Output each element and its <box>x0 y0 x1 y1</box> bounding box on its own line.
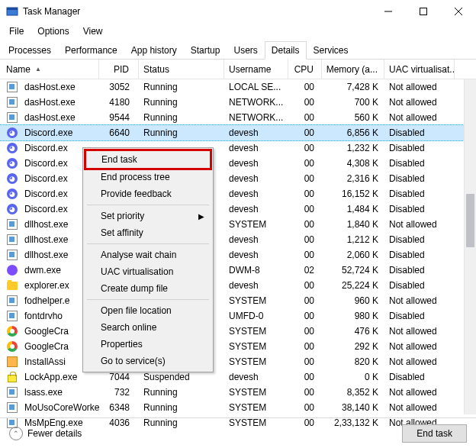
table-row[interactable]: ◕Discord.exdevesh001,232 KDisabled <box>0 140 476 156</box>
cell-status: Suspended <box>139 372 224 382</box>
process-icon <box>6 295 18 307</box>
process-name: GoogleCra <box>24 341 69 352</box>
cell-memory: 8,352 K <box>322 387 384 398</box>
cell-memory: 7,428 K <box>322 82 384 92</box>
cell-pid: 3052 <box>99 82 139 92</box>
menu-options[interactable]: Options <box>31 24 75 38</box>
cell-uac: Disabled <box>384 280 455 291</box>
cell-memory: 52,724 K <box>322 265 384 276</box>
cell-memory: 1,232 K <box>322 143 384 153</box>
col-memory[interactable]: Memory (a... <box>322 60 384 79</box>
cell-memory: 560 K <box>322 112 384 123</box>
tab-startup[interactable]: Startup <box>184 41 227 60</box>
table-row[interactable]: dasHost.exe4180RunningNETWORK...00700 KN… <box>0 95 476 110</box>
cell-pid: 732 <box>99 387 139 398</box>
close-button[interactable] <box>441 0 476 23</box>
ctx-open-file-location[interactable]: Open file location <box>85 302 211 319</box>
minimize-button[interactable] <box>371 0 406 23</box>
process-name: Discord.ex <box>24 143 68 153</box>
table-row[interactable]: lsass.exe732RunningSYSTEM008,352 KNot al… <box>0 385 476 400</box>
table-row[interactable]: dllhost.exedevesh001,212 KDisabled <box>0 232 476 247</box>
table-row[interactable]: fontdrvhoUMFD-000980 KDisabled <box>0 308 476 324</box>
process-name: explorer.ex <box>24 280 69 291</box>
ctx-separator <box>87 205 209 205</box>
table-row[interactable]: GoogleCraSYSTEM00292 KNot allowed <box>0 339 476 354</box>
process-name: InstallAssi <box>24 356 66 367</box>
cell-pid: 9544 <box>99 112 139 123</box>
table-row[interactable]: dasHost.exe9544RunningNETWORK...00560 KN… <box>0 110 476 125</box>
table-row[interactable]: ◕Discord.exdevesh004,308 KDisabled <box>0 156 476 171</box>
table-row[interactable]: explorer.exdevesh0025,224 KDisabled <box>0 278 476 293</box>
svg-rect-1 <box>7 8 18 10</box>
fewer-details-toggle[interactable]: ⌃ Fewer details <box>9 427 82 440</box>
tab-app-history[interactable]: App history <box>124 41 184 60</box>
col-name[interactable]: Name▲ <box>2 60 99 79</box>
cell-memory: 476 K <box>322 326 384 337</box>
col-pid[interactable]: PID <box>99 60 139 79</box>
window-title: Task Manager <box>23 6 371 17</box>
table-row[interactable]: ◕Discord.exe6640Runningdevesh006,856 KDi… <box>0 125 476 140</box>
cell-uac: Disabled <box>384 189 455 199</box>
cell-username: devesh <box>224 250 288 260</box>
cell-cpu: 00 <box>288 204 322 214</box>
menu-view[interactable]: View <box>77 24 109 38</box>
table-row[interactable]: ◕Discord.exdevesh002,316 KDisabled <box>0 171 476 186</box>
table-row[interactable]: dasHost.exe3052RunningLOCAL SE...007,428… <box>0 79 476 95</box>
cell-username: devesh <box>224 372 288 382</box>
table-row[interactable]: fodhelper.eSYSTEM00960 KNot allowed <box>0 293 476 308</box>
cell-cpu: 00 <box>288 280 322 291</box>
table-row[interactable]: dwm.exeDWM-80252,724 KDisabled <box>0 263 476 278</box>
maximize-button[interactable] <box>406 0 441 23</box>
ctx-analyse-wait-chain[interactable]: Analyse wait chain <box>85 247 211 263</box>
process-icon <box>6 356 18 368</box>
end-task-button[interactable]: End task <box>402 424 467 443</box>
table-row[interactable]: ◕Discord.exdevesh001,484 KDisabled <box>0 201 476 217</box>
tab-processes[interactable]: Processes <box>2 41 58 60</box>
table-row[interactable]: ◕Discord.exdevesh0016,152 KDisabled <box>0 186 476 201</box>
process-icon <box>6 218 18 230</box>
tabbar: Processes Performance App history Startu… <box>0 41 476 60</box>
tab-services[interactable]: Services <box>307 41 355 60</box>
tab-performance[interactable]: Performance <box>58 41 124 60</box>
scrollbar-thumb[interactable] <box>466 194 474 247</box>
table-row[interactable]: InstallAssiSYSTEM00820 KNot allowed <box>0 354 476 369</box>
cell-cpu: 00 <box>288 341 322 352</box>
scrollbar[interactable] <box>464 79 476 414</box>
ctx-create-dump-file[interactable]: Create dump file <box>85 280 211 297</box>
col-status[interactable]: Status <box>139 60 224 79</box>
process-icon <box>6 310 18 322</box>
process-icon: ◕ <box>6 188 18 200</box>
ctx-uac-virtualisation[interactable]: UAC virtualisation <box>85 263 211 280</box>
table-row[interactable]: dllhost.exeSYSTEM001,840 KNot allowed <box>0 217 476 232</box>
cell-cpu: 00 <box>288 372 322 382</box>
ctx-end-process-tree[interactable]: End process tree <box>85 169 211 185</box>
cell-uac: Disabled <box>384 158 455 169</box>
cell-username: NETWORK... <box>224 97 288 108</box>
process-name: dllhost.exe <box>24 219 68 230</box>
table-row[interactable]: GoogleCraSYSTEM00476 KNot allowed <box>0 324 476 339</box>
ctx-search-online[interactable]: Search online <box>85 319 211 336</box>
ctx-set-priority[interactable]: Set priority▶ <box>85 208 211 224</box>
col-uac[interactable]: UAC virtualisat... <box>384 60 455 79</box>
menu-file[interactable]: File <box>3 24 30 38</box>
process-name: dllhost.exe <box>24 250 68 260</box>
cell-username: devesh <box>224 143 288 153</box>
tab-details[interactable]: Details <box>265 41 307 60</box>
col-username[interactable]: Username <box>224 60 288 79</box>
cell-cpu: 00 <box>288 219 322 230</box>
ctx-go-to-services[interactable]: Go to service(s) <box>85 353 211 369</box>
table-row[interactable]: MoUsoCoreWorker.e...6348RunningSYSTEM003… <box>0 400 476 415</box>
col-cpu[interactable]: CPU <box>288 60 322 79</box>
ctx-properties[interactable]: Properties <box>85 336 211 353</box>
cell-uac: Disabled <box>384 265 455 276</box>
process-name: dwm.exe <box>24 265 61 276</box>
table-row[interactable]: dllhost.exedevesh002,060 KDisabled <box>0 247 476 263</box>
ctx-end-task[interactable]: End task <box>84 149 212 170</box>
table-row[interactable]: LockApp.exe7044Suspendeddevesh000 KDisab… <box>0 369 476 385</box>
ctx-set-affinity[interactable]: Set affinity <box>85 224 211 241</box>
cell-uac: Disabled <box>384 372 455 382</box>
cell-memory: 25,224 K <box>322 280 384 291</box>
process-name: Discord.ex <box>24 204 68 214</box>
ctx-provide-feedback[interactable]: Provide feedback <box>85 185 211 202</box>
tab-users[interactable]: Users <box>227 41 264 60</box>
